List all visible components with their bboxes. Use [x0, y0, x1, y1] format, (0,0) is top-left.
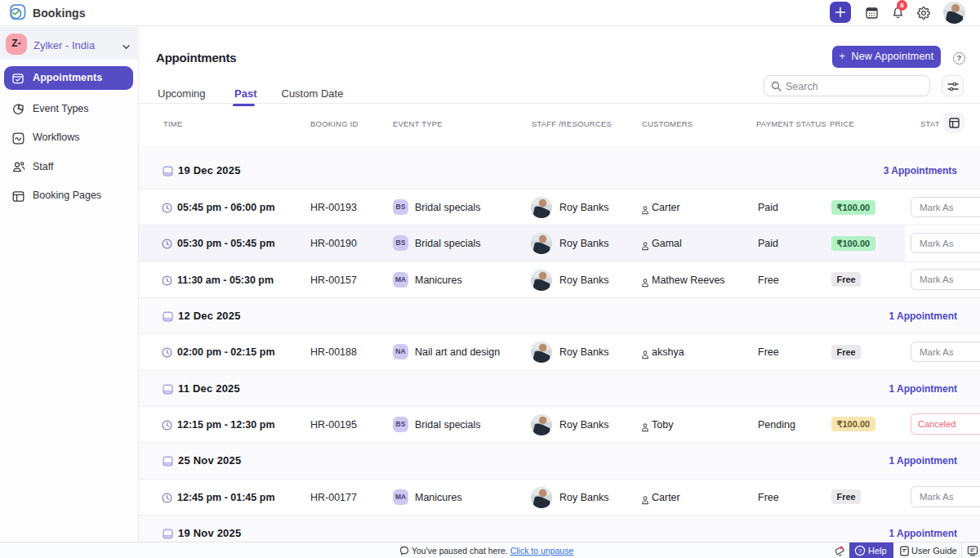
svg-text:?: ?	[858, 547, 862, 555]
